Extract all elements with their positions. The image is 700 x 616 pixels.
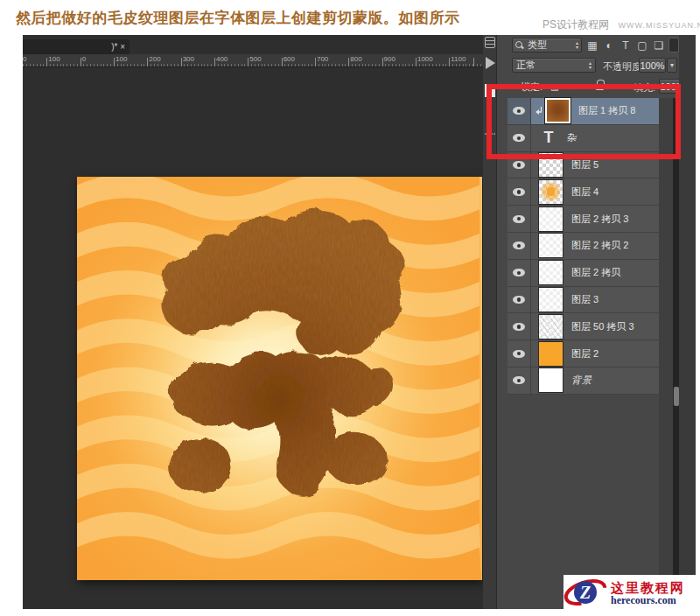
ruler-tick-label: 0 bbox=[80, 54, 114, 64]
ruler-tick-label: 100 bbox=[46, 54, 80, 64]
adjustment-layers-filter-icon[interactable]: ◐ bbox=[603, 39, 615, 52]
layer-thumbnail[interactable] bbox=[538, 206, 564, 232]
layer-name[interactable]: 图层 5 bbox=[571, 158, 598, 172]
layer-row[interactable]: 图层 4 bbox=[508, 178, 659, 206]
chevron-updown-icon: ▴▾ bbox=[589, 61, 592, 69]
blend-mode-value: 正常 bbox=[516, 59, 536, 72]
visibility-cell[interactable] bbox=[508, 287, 531, 313]
layer-thumbnail[interactable] bbox=[538, 233, 564, 258]
visibility-cell[interactable] bbox=[508, 178, 531, 205]
layer-row[interactable]: 图层 2 拷贝 2 bbox=[508, 233, 659, 260]
layer-name[interactable]: 图层 2 拷贝 bbox=[571, 266, 620, 279]
layer-name[interactable]: 图层 3 bbox=[571, 293, 598, 306]
watermark-site: PS设计教程网 bbox=[542, 18, 609, 31]
visibility-cell[interactable] bbox=[508, 233, 531, 259]
logo-monogram: Z bbox=[579, 583, 591, 602]
ruler-tick-label: 700 bbox=[315, 54, 348, 64]
blend-mode-dropdown[interactable]: 正常 ▴▾ bbox=[512, 58, 596, 73]
photoshop-workspace: )* × 20010001002003004005006007008009001… bbox=[23, 35, 483, 609]
layer-row[interactable]: 图层 2 拷贝 3 bbox=[508, 206, 659, 233]
ruler-tick-label: 200 bbox=[23, 54, 46, 64]
panel-list-icon[interactable] bbox=[485, 37, 495, 48]
page: 然后把做好的毛皮纹理图层在字体图层上创建剪切蒙版。如图所示 PS设计教程网 WW… bbox=[0, 0, 700, 616]
eye-icon bbox=[513, 323, 525, 331]
eye-icon bbox=[513, 215, 525, 223]
ruler-tick-label: 800 bbox=[348, 54, 382, 64]
logo-mark: Z bbox=[564, 575, 609, 611]
filter-icon-group: ▦◐T▢❏ bbox=[586, 38, 665, 52]
layer-thumbnail[interactable] bbox=[538, 179, 564, 205]
ruler-tick-label: 200 bbox=[147, 54, 180, 64]
ruler-tick-label: 500 bbox=[248, 54, 281, 64]
layer-row[interactable]: 图层 3 bbox=[508, 287, 659, 314]
layer-name[interactable]: 图层 2 拷贝 2 bbox=[571, 239, 628, 252]
shape-layers-filter-icon[interactable]: ▢ bbox=[636, 39, 648, 52]
ruler-tick-labels: 2001000100200300400500600700800900100011… bbox=[23, 54, 483, 64]
visibility-cell[interactable] bbox=[508, 368, 531, 394]
eye-icon bbox=[513, 242, 525, 249]
ruler-tick-label: 400 bbox=[214, 54, 248, 64]
layer-row[interactable]: 背景 bbox=[508, 368, 659, 395]
filter-type-label: 类型 bbox=[528, 38, 547, 52]
layer-thumbnail[interactable] bbox=[538, 341, 564, 367]
opacity-value[interactable]: 100% bbox=[639, 58, 666, 73]
visibility-cell[interactable] bbox=[508, 313, 531, 340]
layer-name[interactable]: 图层 50 拷贝 3 bbox=[571, 320, 634, 333]
eye-icon bbox=[513, 350, 525, 358]
layer-row[interactable]: 图层 50 拷贝 3 bbox=[508, 313, 659, 340]
collapse-panel-arrow-icon[interactable] bbox=[486, 57, 495, 69]
artwork-image bbox=[77, 177, 482, 580]
layer-thumbnail[interactable] bbox=[538, 314, 564, 340]
eye-icon bbox=[513, 376, 525, 384]
layer-thumbnail[interactable] bbox=[538, 368, 564, 393]
layer-name[interactable]: 图层 2 拷贝 3 bbox=[571, 213, 628, 226]
horizontal-ruler: 2001000100200300400500600700800900100011… bbox=[23, 54, 483, 67]
visibility-cell[interactable] bbox=[508, 260, 531, 286]
ruler-tick-label: 300 bbox=[181, 54, 214, 64]
ruler-tick-label: 600 bbox=[282, 54, 315, 64]
opacity-label: 不透明度: bbox=[603, 60, 644, 74]
watermark-url: WWW.MISSYUAN.NET bbox=[618, 21, 700, 30]
smart-object-filter-icon[interactable]: ❏ bbox=[653, 39, 665, 52]
search-icon bbox=[515, 41, 524, 50]
layer-name[interactable]: 图层 2 bbox=[571, 347, 598, 360]
scrollbar-track[interactable] bbox=[673, 98, 679, 609]
ruler-tick-label: 1000 bbox=[416, 54, 449, 64]
ruler-tick-label: 900 bbox=[382, 54, 416, 64]
site-logo[interactable]: Z 这里教程网 herecours.com bbox=[564, 575, 700, 611]
type-layers-filter-icon[interactable]: T bbox=[620, 39, 632, 52]
logo-site-url: herecours.com bbox=[611, 595, 685, 606]
watermark: PS设计教程网 WWW.MISSYUAN.NET bbox=[542, 16, 700, 32]
eye-icon bbox=[513, 296, 525, 304]
layer-name[interactable]: 图层 4 bbox=[571, 186, 598, 199]
layer-thumbnail[interactable] bbox=[538, 287, 564, 312]
logo-site-name: 这里教程网 bbox=[611, 580, 685, 595]
visibility-cell[interactable] bbox=[508, 340, 531, 367]
document-tab[interactable]: )* × bbox=[23, 39, 130, 54]
panel-gutter bbox=[659, 98, 673, 609]
layer-row[interactable]: 图层 2 bbox=[508, 340, 659, 368]
eye-icon bbox=[513, 161, 525, 169]
layer-row[interactable]: 图层 2 拷贝 bbox=[508, 260, 659, 287]
filter-toggle-switch[interactable] bbox=[668, 38, 679, 52]
canvas[interactable] bbox=[77, 177, 482, 580]
highlight-rectangle bbox=[486, 84, 681, 159]
opacity-dropdown-button[interactable]: ▾ bbox=[667, 58, 677, 73]
pixel-layers-filter-icon[interactable]: ▦ bbox=[586, 39, 598, 52]
eye-icon bbox=[513, 269, 525, 276]
visibility-cell[interactable] bbox=[508, 206, 531, 232]
page-title: 然后把做好的毛皮纹理图层在字体图层上创建剪切蒙版。如图所示 bbox=[16, 8, 460, 28]
layer-filter-dropdown[interactable]: 类型 ▴▾ bbox=[512, 38, 582, 52]
chevron-updown-icon: ▴▾ bbox=[576, 41, 578, 49]
layer-thumbnail[interactable] bbox=[538, 260, 564, 285]
eye-icon bbox=[513, 188, 525, 196]
panel-right-edge: i W k t A bbox=[679, 35, 696, 609]
page-edge bbox=[696, 206, 700, 609]
layer-name[interactable]: 背景 bbox=[571, 374, 592, 387]
ruler-tick-label: 100 bbox=[114, 54, 147, 64]
ruler-tick-label: 1100 bbox=[449, 54, 482, 64]
